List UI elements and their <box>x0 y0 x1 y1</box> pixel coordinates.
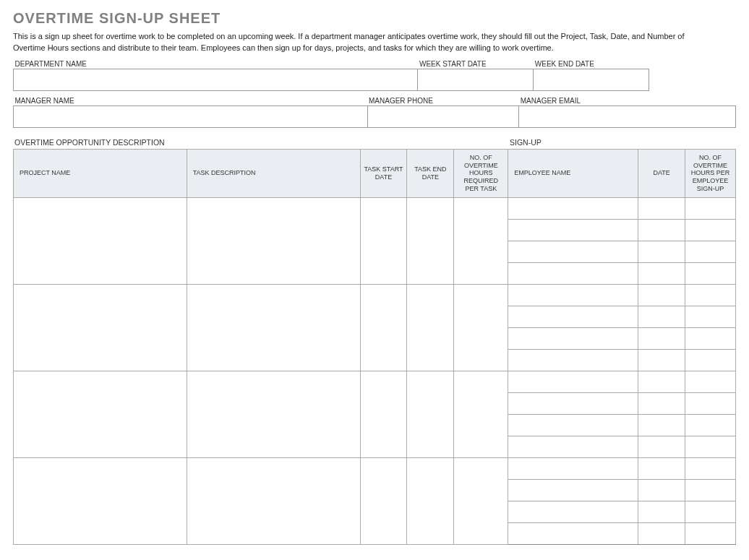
hours-signup-cell[interactable] <box>685 436 736 457</box>
employee-cell[interactable] <box>508 414 638 436</box>
date-cell[interactable] <box>638 262 685 284</box>
task-start-cell[interactable] <box>360 371 407 457</box>
week-start-input[interactable] <box>418 69 534 90</box>
employee-cell[interactable] <box>508 262 638 284</box>
col-hours-req: NO. OF OVERTIME HOURS REQUIRED PER TASK <box>454 149 508 197</box>
employee-cell[interactable] <box>508 522 638 544</box>
mgr-phone-label: MANAGER PHONE <box>367 95 519 106</box>
table-header-row: PROJECT NAME TASK DESCRIPTION TASK START… <box>14 149 736 197</box>
hours-signup-cell[interactable] <box>685 284 736 306</box>
task-cell[interactable] <box>187 197 360 284</box>
signup-section-label: SIGN-UP <box>508 135 736 149</box>
employee-cell[interactable] <box>508 457 638 479</box>
col-hours-signup: NO. OF OVERTIME HOURS PER EMPLOYEE SIGN-… <box>685 149 736 197</box>
hours-signup-cell[interactable] <box>685 306 736 327</box>
project-cell[interactable] <box>14 284 187 371</box>
date-cell[interactable] <box>638 392 685 414</box>
employee-cell[interactable] <box>508 349 638 371</box>
employee-cell[interactable] <box>508 219 638 241</box>
date-cell[interactable] <box>638 414 685 436</box>
hours-signup-cell[interactable] <box>685 327 736 349</box>
date-cell[interactable] <box>638 327 685 349</box>
hours-signup-cell[interactable] <box>685 219 736 241</box>
task-start-cell[interactable] <box>360 457 407 544</box>
hours-signup-cell[interactable] <box>685 522 736 544</box>
employee-cell[interactable] <box>508 241 638 262</box>
hours-signup-cell[interactable] <box>685 241 736 262</box>
task-start-cell[interactable] <box>360 284 407 371</box>
dept-label: DEPARTMENT NAME <box>14 59 418 69</box>
hours-signup-cell[interactable] <box>685 414 736 436</box>
col-task: TASK DESCRIPTION <box>187 149 360 197</box>
mgr-name-input[interactable] <box>14 105 368 127</box>
task-end-cell[interactable] <box>407 197 454 284</box>
project-cell[interactable] <box>14 457 187 544</box>
date-cell[interactable] <box>638 241 685 262</box>
opportunity-section-label: OVERTIME OPPORTUNITY DESCRIPTION <box>13 135 508 149</box>
employee-cell[interactable] <box>508 436 638 457</box>
hours-req-cell[interactable] <box>454 371 508 457</box>
hours-signup-cell[interactable] <box>685 457 736 479</box>
description-text: This is a sign up sheet for overtime wor… <box>13 31 707 54</box>
date-cell[interactable] <box>638 306 685 327</box>
page-title: OVERTIME SIGN-UP SHEET <box>13 10 736 27</box>
week-end-input[interactable] <box>534 69 649 90</box>
date-cell[interactable] <box>638 479 685 501</box>
hours-signup-cell[interactable] <box>685 197 736 219</box>
employee-cell[interactable] <box>508 371 638 392</box>
date-cell[interactable] <box>638 219 685 241</box>
date-cell[interactable] <box>638 197 685 219</box>
employee-cell[interactable] <box>508 284 638 306</box>
project-cell[interactable] <box>14 197 187 284</box>
hours-req-cell[interactable] <box>454 284 508 371</box>
task-end-cell[interactable] <box>407 371 454 457</box>
col-task-start: TASK START DATE <box>360 149 407 197</box>
header-row-dates: DEPARTMENT NAME WEEK START DATE WEEK END… <box>13 59 736 91</box>
col-task-end: TASK END DATE <box>407 149 454 197</box>
task-start-cell[interactable] <box>360 197 407 284</box>
task-cell[interactable] <box>187 284 360 371</box>
employee-cell[interactable] <box>508 327 638 349</box>
hours-signup-cell[interactable] <box>685 371 736 392</box>
mgr-name-label: MANAGER NAME <box>14 95 368 106</box>
task-cell[interactable] <box>187 371 360 457</box>
table-row <box>14 197 736 219</box>
hours-req-cell[interactable] <box>454 197 508 284</box>
date-cell[interactable] <box>638 457 685 479</box>
week-end-label: WEEK END DATE <box>534 59 649 69</box>
employee-cell[interactable] <box>508 392 638 414</box>
date-cell[interactable] <box>638 349 685 371</box>
employee-cell[interactable] <box>508 306 638 327</box>
task-end-cell[interactable] <box>407 284 454 371</box>
table-row <box>14 284 736 306</box>
hours-signup-cell[interactable] <box>685 349 736 371</box>
mgr-email-input[interactable] <box>519 105 736 127</box>
date-cell[interactable] <box>638 371 685 392</box>
employee-cell[interactable] <box>508 501 638 522</box>
hours-signup-cell[interactable] <box>685 262 736 284</box>
hours-req-cell[interactable] <box>454 457 508 544</box>
hours-signup-cell[interactable] <box>685 392 736 414</box>
header-row-manager: MANAGER NAME MANAGER PHONE MANAGER EMAIL <box>13 95 736 128</box>
col-date: DATE <box>638 149 685 197</box>
employee-cell[interactable] <box>508 479 638 501</box>
hours-signup-cell[interactable] <box>685 479 736 501</box>
col-employee: EMPLOYEE NAME <box>508 149 638 197</box>
overtime-table: PROJECT NAME TASK DESCRIPTION TASK START… <box>13 149 736 545</box>
date-cell[interactable] <box>638 522 685 544</box>
week-start-label: WEEK START DATE <box>418 59 534 69</box>
mgr-phone-input[interactable] <box>367 105 519 127</box>
date-cell[interactable] <box>638 501 685 522</box>
project-cell[interactable] <box>14 371 187 457</box>
dept-input[interactable] <box>14 69 418 90</box>
hours-signup-cell[interactable] <box>685 501 736 522</box>
employee-cell[interactable] <box>508 197 638 219</box>
task-cell[interactable] <box>187 457 360 544</box>
task-end-cell[interactable] <box>407 457 454 544</box>
date-cell[interactable] <box>638 436 685 457</box>
col-project: PROJECT NAME <box>14 149 187 197</box>
mgr-email-label: MANAGER EMAIL <box>519 95 736 106</box>
date-cell[interactable] <box>638 284 685 306</box>
table-row <box>14 457 736 479</box>
section-labels: OVERTIME OPPORTUNITY DESCRIPTION SIGN-UP <box>13 135 736 149</box>
